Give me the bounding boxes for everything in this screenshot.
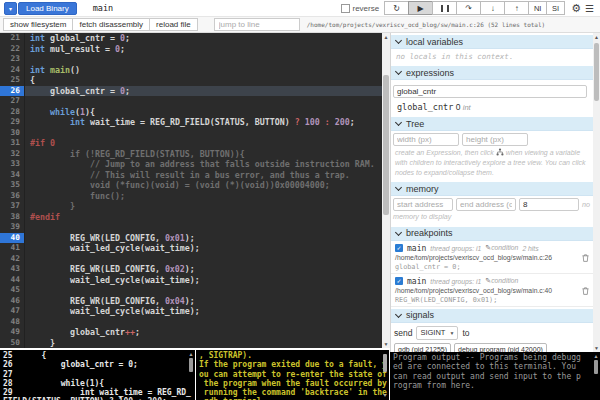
breakpoint-condition[interactable]: ✎condition [485, 244, 518, 252]
scroll-down-icon[interactable]: ▼ [382, 340, 390, 348]
line-number[interactable]: 24 [0, 65, 25, 76]
finish-button[interactable]: ↑ [504, 1, 529, 15]
terminal-scrollbar-thumb[interactable] [594, 360, 598, 374]
expression-input[interactable] [393, 85, 587, 98]
code-line: 27 [0, 96, 382, 107]
gear-icon[interactable]: ⚙ [571, 2, 581, 15]
load-binary-caret-button[interactable]: ▾ [4, 2, 17, 15]
show-filesystem-button[interactable]: show filesystem [3, 18, 73, 31]
chevron-down-icon [395, 229, 402, 236]
section-header-tree[interactable]: Tree [391, 117, 593, 131]
terminal-line: 28 while(1){ [3, 379, 192, 388]
section-header-breakpoints[interactable]: breakpoints [391, 227, 593, 241]
reload-file-button[interactable]: reload file [149, 18, 198, 31]
breakpoint-checkbox[interactable]: ✓ [395, 277, 403, 285]
section-header-expressions[interactable]: expressions [391, 66, 593, 80]
line-number[interactable]: 34 [0, 170, 25, 181]
step-instruction-button[interactable]: SI [546, 1, 565, 15]
line-number[interactable]: 45 [0, 285, 25, 296]
memory-end-address-input[interactable] [456, 198, 516, 211]
pencil-icon: ✎ [485, 277, 491, 284]
pencil-icon: ✎ [485, 244, 491, 251]
terminal-scrollbar-thumb[interactable] [189, 358, 193, 372]
scroll-up-icon[interactable]: ▲ [188, 351, 194, 357]
step-button[interactable]: ↓ [480, 1, 505, 15]
line-number[interactable]: 37 [0, 201, 25, 212]
line-number[interactable]: 23 [0, 54, 25, 65]
next-button[interactable]: ↷ [456, 1, 481, 15]
line-number[interactable]: 43 [0, 264, 25, 275]
tree-width-input[interactable] [393, 133, 459, 146]
code-editor[interactable]: 21int global_cntr = 0;22int mul_result =… [0, 33, 382, 348]
line-number[interactable]: 33 [0, 159, 25, 170]
section-header-signals[interactable]: signals [391, 309, 593, 323]
code-line: 25{ [0, 75, 382, 86]
line-number[interactable]: 49 [0, 327, 25, 338]
sidebar-scrollbar-thumb[interactable] [594, 43, 599, 101]
trash-icon[interactable] [582, 287, 589, 295]
send-signal-program-button[interactable]: debug program (pid 42000) [454, 343, 547, 352]
scroll-down-icon[interactable]: ▼ [593, 344, 600, 352]
line-number[interactable]: 44 [0, 275, 25, 286]
continue-button[interactable]: ▶ [408, 1, 433, 15]
reverse-checkbox[interactable] [341, 4, 350, 13]
memory-bytes-input[interactable] [519, 198, 579, 211]
send-signal-gdb-button[interactable]: gdb (pid 21255) [394, 343, 451, 352]
line-number[interactable]: 46 [0, 296, 25, 307]
tree-height-input[interactable] [462, 133, 528, 146]
line-number[interactable]: 28 [0, 107, 25, 118]
line-number[interactable]: 25 [0, 75, 25, 86]
right-sidebar: local variables no locals in this contex… [390, 33, 593, 352]
gdb-source-terminal[interactable]: 25 {26 global_cntr = 0;2728 while(1){29 … [0, 350, 195, 400]
line-number[interactable]: 30 [0, 128, 25, 139]
breakpoint-checkbox[interactable]: ✓ [395, 244, 403, 252]
line-number[interactable]: 35 [0, 180, 25, 191]
line-number[interactable]: 29 [0, 117, 25, 128]
reverse-label: reverse [352, 4, 379, 13]
line-number[interactable]: 41 [0, 243, 25, 254]
editor-scrollbar[interactable]: ▲ ▼ [382, 33, 390, 348]
line-number-breakpoint[interactable]: 40 [0, 233, 25, 244]
program-output-terminal[interactable]: Program output -- Programs being debugge… [390, 352, 600, 400]
line-number[interactable]: 32 [0, 149, 25, 160]
code-text: } [25, 338, 55, 349]
line-number[interactable]: 42 [0, 254, 25, 265]
trash-icon[interactable] [582, 254, 589, 262]
load-binary-button[interactable]: Load Binary [18, 2, 77, 15]
sidebar-scrollbar[interactable]: ▲ ▼ [593, 33, 600, 352]
line-number[interactable]: 50 [0, 338, 25, 349]
code-line: 30 [0, 128, 382, 139]
line-number-breakpoint[interactable]: 26 [0, 86, 25, 97]
line-number[interactable]: 22 [0, 44, 25, 55]
restart-button[interactable]: ↻ [384, 1, 409, 15]
line-number[interactable]: 27 [0, 96, 25, 107]
fetch-disassembly-button[interactable]: fetch disassembly [72, 18, 150, 31]
scroll-down-icon[interactable]: ▼ [382, 392, 388, 398]
line-number[interactable]: 48 [0, 317, 25, 328]
menu-icon[interactable]: ☰ [585, 3, 594, 14]
line-number[interactable]: 38 [0, 212, 25, 223]
next-instruction-button[interactable]: NI [528, 1, 547, 15]
scroll-up-icon[interactable]: ▲ [593, 353, 599, 359]
jump-to-line-input[interactable] [214, 18, 300, 31]
gdb-status-terminal[interactable]: , SIGTRAP).If the program exited due to … [196, 350, 389, 400]
terminal-scrollbar-thumb[interactable] [383, 354, 387, 372]
line-number[interactable]: 31 [0, 138, 25, 149]
line-number[interactable]: 39 [0, 222, 25, 233]
code-line: 28 while(1){ [0, 107, 382, 118]
scroll-up-icon[interactable]: ▲ [382, 33, 390, 41]
memory-controls: no memory to display [391, 196, 593, 225]
terminal-line: 27 [3, 370, 192, 379]
line-number[interactable]: 21 [0, 33, 25, 44]
scroll-up-icon[interactable]: ▲ [593, 33, 600, 41]
memory-start-address-input[interactable] [393, 198, 453, 211]
section-header-local-variables[interactable]: local variables [391, 35, 593, 49]
editor-scrollbar-thumb[interactable] [383, 75, 389, 215]
pause-button[interactable] [432, 1, 457, 15]
code-line: 41 wait_led_cycle(wait_time); [0, 243, 382, 254]
section-header-memory[interactable]: memory [391, 182, 593, 196]
line-number[interactable]: 47 [0, 306, 25, 317]
line-number[interactable]: 36 [0, 191, 25, 202]
breakpoint-condition[interactable]: ✎condition [485, 277, 518, 285]
signal-select[interactable]: SIGINT ▼ [416, 326, 458, 340]
